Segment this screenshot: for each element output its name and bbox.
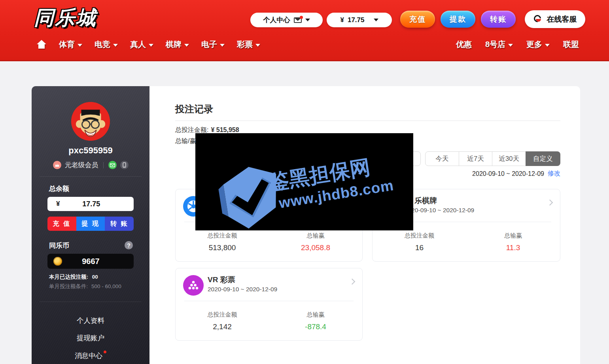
total-balance-value: 17.75	[60, 200, 123, 208]
total-balance-label: 总余额	[49, 184, 69, 193]
nav-live[interactable]: 真人	[130, 39, 153, 50]
chevron-right-icon	[349, 279, 356, 285]
secondary-nav: 优惠 8号店 更多 联盟	[456, 39, 579, 50]
chevron-down-icon	[374, 19, 378, 21]
divider	[40, 302, 142, 302]
filter-30days[interactable]: 近30天	[492, 152, 526, 166]
winloss-value: -878.4	[269, 323, 362, 331]
balance-amount: 17.75	[348, 16, 365, 24]
help-icon[interactable]	[125, 241, 133, 249]
filter-custom[interactable]: 自定义	[526, 151, 560, 166]
sidebar-transfer-button[interactable]: 转 账	[105, 217, 134, 231]
balance-actions: 充 值 提 现 转 账	[47, 217, 134, 231]
user-center-label: 个人中心	[263, 15, 290, 25]
sidebar-item-profile[interactable]: 个人资料	[32, 316, 149, 325]
total-winloss-summary: 总输/赢	[175, 137, 196, 145]
username: pxc595959	[32, 145, 149, 156]
nav-more[interactable]: 更多	[526, 39, 550, 50]
phone-verified-icon[interactable]	[120, 161, 129, 169]
divider	[103, 162, 104, 168]
online-service-button[interactable]: 在线客服	[525, 10, 585, 28]
page-title: 投注记录	[175, 103, 213, 115]
card-title: VR 彩票	[208, 275, 235, 285]
date-range: 2020-09-10 ~ 2020-12-09	[472, 170, 544, 177]
site-logo[interactable]: 同乐城	[34, 5, 97, 31]
deposit-button[interactable]: 充值	[400, 11, 435, 28]
filter-7days[interactable]: 近7天	[459, 152, 492, 166]
user-center-dropdown[interactable]: 个人中心	[250, 13, 323, 27]
home-icon	[36, 40, 47, 49]
winloss-value: 23,058.8	[269, 243, 362, 252]
divider	[184, 301, 354, 301]
main-nav: 体育 电竞 真人 棋牌 电子 彩票	[36, 39, 260, 50]
nav-esports[interactable]: 电竞	[95, 39, 118, 50]
level-badge-label: 元老级会员	[65, 160, 98, 170]
winloss-label: 总输赢	[466, 232, 560, 240]
bet-amount-value: 16	[373, 243, 466, 252]
nav-affiliate[interactable]: 联盟	[563, 39, 579, 50]
crown-icon	[53, 161, 61, 169]
chevron-down-icon	[78, 44, 82, 47]
chevron-down-icon	[220, 44, 225, 47]
lottery-balls-icon	[183, 275, 204, 296]
chevron-down-icon	[305, 19, 310, 21]
bet-amount-label: 总投注金额	[176, 311, 269, 319]
divider	[40, 176, 142, 177]
modify-link[interactable]: 修改	[548, 170, 560, 178]
coin-icon	[53, 257, 62, 266]
avatar	[71, 102, 110, 141]
email-verified-icon[interactable]	[108, 161, 117, 169]
mail-notification-icon	[294, 17, 302, 23]
top-header: 同乐城 个人中心 ¥ 17.75 充值 提款 转账 在线客服 体育 电竞 真人 …	[0, 0, 609, 61]
sidebar-item-withdraw-account[interactable]: 提现账户	[32, 333, 149, 343]
notification-dot	[104, 351, 106, 353]
transfer-button[interactable]: 转账	[481, 11, 516, 28]
bet-amount-value: 513,800	[176, 243, 269, 252]
sidebar-deposit-button[interactable]: 充 值	[47, 217, 76, 231]
watermark-overlay: 鉴黑担保网 www.jhdb8.com	[195, 133, 413, 230]
chevron-right-icon	[547, 200, 553, 206]
winloss-label: 总输赢	[269, 311, 362, 319]
card-title: 乐棋牌	[414, 196, 437, 206]
chevron-down-icon	[545, 44, 550, 47]
nav-sports[interactable]: 体育	[59, 39, 82, 50]
monthly-bet-line: 本月已达投注额: 00	[49, 273, 98, 281]
coin-amount: 9667	[62, 257, 119, 266]
nav-lottery[interactable]: 彩票	[237, 39, 260, 50]
nav-slots[interactable]: 电子	[201, 39, 225, 50]
date-filter-group: 今天 近7天 近30天 自定义	[425, 151, 560, 166]
chevron-down-icon	[149, 44, 153, 47]
bet-amount-label: 总投注金额	[373, 232, 466, 240]
currency-symbol: ¥	[56, 200, 60, 208]
winloss-value: 11.3	[466, 243, 560, 252]
chevron-down-icon	[184, 44, 189, 47]
winloss-label: 总输赢	[269, 232, 362, 240]
nav-promotions[interactable]: 优惠	[456, 39, 472, 50]
headset-icon	[533, 15, 543, 24]
sidebar-withdraw-button[interactable]: 提 现	[76, 217, 105, 231]
bet-amount-label: 总投注金额	[176, 232, 269, 240]
balance-currency: ¥	[340, 16, 344, 24]
bet-condition-value: 500 - 60,000	[91, 283, 121, 289]
sidebar-item-message-center[interactable]: 消息中心	[32, 351, 149, 360]
badge-row: 元老级会员	[32, 160, 149, 170]
card-date-range: 2020-09-10 ~ 2020-12-09	[208, 286, 277, 293]
coin-balance-box: 9667	[47, 254, 134, 269]
nav-chess[interactable]: 棋牌	[166, 39, 189, 50]
date-range-row: 2020-09-10 ~ 2020-12-09 修改	[472, 170, 560, 178]
divider	[175, 121, 560, 121]
coin-label: 同乐币	[49, 241, 69, 250]
total-bet-value: ¥ 515,958	[211, 126, 239, 133]
filter-today[interactable]: 今天	[426, 152, 459, 166]
chevron-down-icon	[113, 44, 118, 47]
nav-home[interactable]	[36, 40, 47, 49]
withdraw-button[interactable]: 提款	[441, 11, 475, 28]
monthly-bet-value: 00	[92, 274, 98, 280]
balance-dropdown[interactable]: ¥ 17.75	[327, 13, 392, 27]
bet-condition-line: 单月投注额条件: 500 - 60,000	[49, 283, 121, 290]
chevron-down-icon	[508, 44, 513, 47]
total-balance-field[interactable]: ¥ 17.75	[47, 197, 134, 211]
chevron-down-icon	[255, 44, 260, 47]
card-vr-lottery[interactable]: VR 彩票 2020-09-10 ~ 2020-12-09 总投注金额 2,14…	[175, 268, 363, 341]
nav-shop8[interactable]: 8号店	[485, 39, 513, 50]
